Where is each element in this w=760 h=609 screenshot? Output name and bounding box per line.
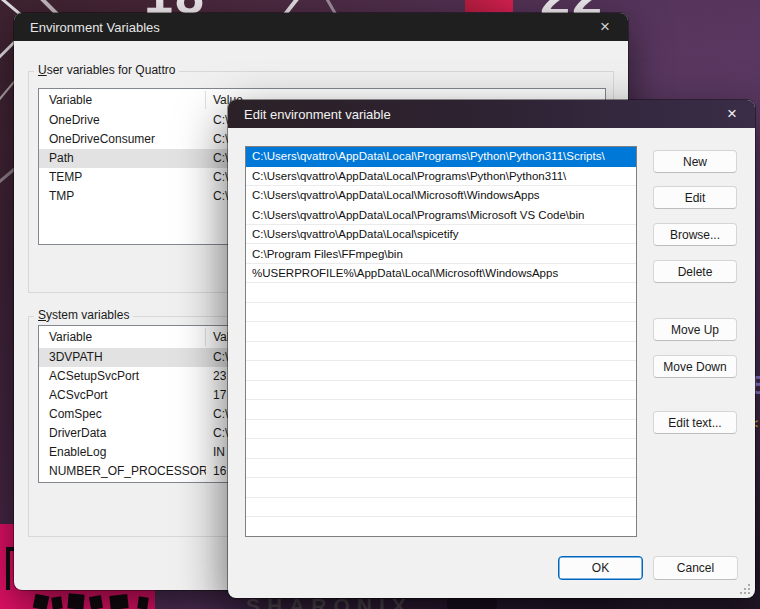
edit-dialog-close-button[interactable]: ×: [715, 100, 749, 128]
edit-button[interactable]: Edit: [653, 186, 737, 209]
edit-dialog-titlebar: Edit environment variable ×: [228, 100, 755, 128]
desktop: 18 22 SHARONIX 8 < Environment Variables…: [0, 0, 760, 609]
path-list[interactable]: C:\Users\qvattro\AppData\Local\Programs\…: [245, 146, 637, 537]
variable-value-cell: C:\: [206, 130, 228, 149]
variable-name-cell: OneDrive: [39, 111, 206, 130]
ok-button[interactable]: OK: [558, 556, 643, 580]
variable-value-cell: C:\: [206, 149, 228, 168]
close-icon: ×: [600, 17, 610, 37]
wallpaper-graffiti: [33, 594, 50, 609]
edit-dialog-title: Edit environment variable: [228, 107, 391, 122]
edit-text-button[interactable]: Edit text...: [653, 411, 737, 434]
variable-value-cell: C:\: [206, 348, 228, 367]
env-dialog-close-button[interactable]: ×: [588, 13, 622, 41]
path-text: C:\Users\qvattro\AppData\Local\Microsoft…: [252, 189, 540, 201]
close-icon: ×: [727, 104, 737, 124]
variable-value-cell: C:\: [206, 405, 228, 424]
wallpaper-graffiti: [89, 595, 103, 609]
variable-name-cell: ACSvcPort: [39, 386, 206, 405]
cancel-button[interactable]: Cancel: [653, 556, 738, 580]
wallpaper-red-box: [465, 0, 513, 12]
wallpaper-graffiti: [51, 596, 63, 609]
path-text: C:\Users\qvattro\AppData\Local\Programs\…: [252, 209, 584, 221]
env-dialog-titlebar: Environment Variables ×: [14, 13, 628, 41]
variable-name-cell: Path: [39, 149, 206, 168]
system-variables-label: System variables: [34, 308, 133, 322]
variable-name-cell: ACSetupSvcPort: [39, 367, 206, 386]
variable-name-cell: 3DVPATH: [39, 348, 206, 367]
delete-button[interactable]: Delete: [653, 260, 737, 283]
column-header-variable[interactable]: Variable: [39, 91, 206, 109]
path-text: C:\Users\qvattro\AppData\Local\Programs\…: [252, 150, 605, 162]
move-down-button[interactable]: Move Down: [653, 355, 737, 378]
variable-value-cell: C:\: [206, 168, 228, 187]
path-list-item[interactable]: C:\Program Files\FFmpeg\bin: [246, 245, 636, 265]
path-text: C:\Program Files\FFmpeg\bin: [252, 248, 403, 260]
env-dialog-title: Environment Variables: [14, 20, 160, 35]
variable-name-cell: NUMBER_OF_PROCESSORS: [39, 462, 206, 481]
variable-value-cell: 17: [206, 386, 226, 405]
path-text: C:\Users\qvattro\AppData\Local\Programs\…: [252, 170, 566, 182]
path-text: %USERPROFILE%\AppData\Local\Microsoft\Wi…: [252, 267, 558, 279]
path-list-item[interactable]: C:\Users\qvattro\AppData\Local\spicetify: [246, 225, 636, 245]
variable-name-cell: ComSpec: [39, 405, 206, 424]
variable-name-cell: TEMP: [39, 168, 206, 187]
variable-name-cell: DriverData: [39, 424, 206, 443]
variable-value-cell: 16: [206, 462, 226, 481]
variable-name-cell: TMP: [39, 187, 206, 206]
wallpaper-graffiti: [109, 594, 128, 609]
variable-name-cell: EnableLog: [39, 443, 206, 462]
variable-value-cell: C:\: [206, 111, 228, 130]
new-button[interactable]: New: [653, 150, 737, 173]
move-up-button[interactable]: Move Up: [653, 318, 737, 341]
path-list-item[interactable]: C:\Users\qvattro\AppData\Local\Programs\…: [246, 167, 636, 187]
edit-environment-variable-dialog: Edit environment variable × C:\Users\qva…: [228, 100, 755, 598]
path-text: C:\Users\qvattro\AppData\Local\spicetify: [252, 228, 458, 240]
path-list-item[interactable]: C:\Users\qvattro\AppData\Local\Programs\…: [246, 147, 636, 167]
wallpaper-graffiti: [67, 593, 84, 609]
resize-grip[interactable]: [740, 584, 750, 594]
path-list-item[interactable]: C:\Users\qvattro\AppData\Local\Microsoft…: [246, 186, 636, 206]
column-header-variable[interactable]: Variable: [39, 328, 206, 346]
path-list-item[interactable]: %USERPROFILE%\AppData\Local\Microsoft\Wi…: [246, 264, 636, 284]
wallpaper-graffiti: [6, 547, 10, 590]
browse-button[interactable]: Browse...: [653, 223, 737, 246]
variable-name-cell: OneDriveConsumer: [39, 130, 206, 149]
user-variables-label: User variables for Quattro: [34, 63, 179, 77]
path-list-item[interactable]: C:\Users\qvattro\AppData\Local\Programs\…: [246, 206, 636, 226]
variable-value-cell: IN: [206, 443, 225, 462]
variable-value-cell: 23: [206, 367, 226, 386]
wallpaper-graffiti: [137, 596, 149, 609]
variable-value-cell: C:\: [206, 424, 228, 443]
variable-value-cell: C:\: [206, 187, 228, 206]
